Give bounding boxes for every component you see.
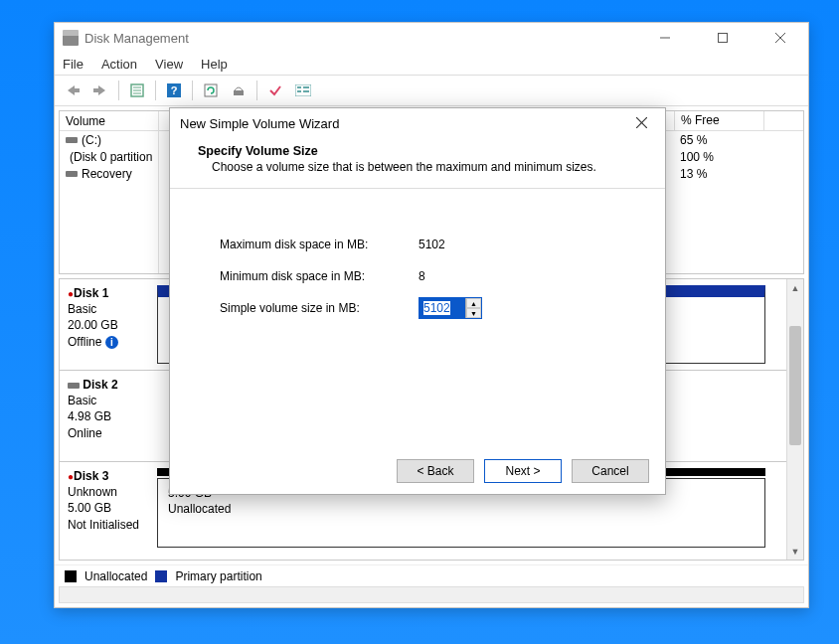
cell-free: 100 % bbox=[674, 148, 763, 165]
maximize-button[interactable] bbox=[703, 24, 743, 52]
titlebar: Disk Management bbox=[55, 23, 808, 53]
dialog-buttons: < Back Next > Cancel bbox=[170, 446, 665, 494]
dialog-header: Specify Volume Size Choose a volume size… bbox=[170, 138, 665, 189]
svg-rect-15 bbox=[297, 86, 301, 88]
next-button[interactable]: Next > bbox=[484, 459, 562, 483]
dialog-heading: Specify Volume Size bbox=[198, 144, 637, 158]
disk-label[interactable]: ●Disk 1 Basic 20.00 GB Offline i bbox=[60, 279, 151, 370]
close-button[interactable] bbox=[760, 24, 800, 52]
svg-rect-18 bbox=[303, 90, 309, 92]
svg-rect-12 bbox=[205, 84, 217, 96]
menu-action[interactable]: Action bbox=[101, 57, 137, 72]
menubar: File Action View Help bbox=[55, 53, 808, 75]
max-space-label: Maximum disk space in MB: bbox=[220, 238, 419, 251]
menu-help[interactable]: Help bbox=[201, 57, 228, 72]
properties-icon[interactable] bbox=[125, 80, 149, 101]
spin-down-icon[interactable]: ▼ bbox=[466, 308, 481, 318]
menu-file[interactable]: File bbox=[63, 57, 84, 72]
cell-free: 13 % bbox=[674, 165, 763, 182]
list-item[interactable]: (Disk 0 partition bbox=[60, 148, 158, 165]
forward-icon[interactable] bbox=[88, 80, 112, 101]
svg-rect-5 bbox=[93, 88, 99, 92]
svg-rect-17 bbox=[297, 90, 301, 92]
menu-view[interactable]: View bbox=[155, 57, 183, 72]
legend-label: Unallocated bbox=[84, 569, 147, 583]
svg-rect-1 bbox=[719, 34, 728, 43]
scroll-thumb[interactable] bbox=[789, 326, 801, 445]
scroll-up-icon[interactable]: ▲ bbox=[787, 279, 803, 296]
refresh-icon[interactable] bbox=[199, 80, 223, 101]
info-icon[interactable]: i bbox=[105, 336, 118, 349]
cell-free: 65 % bbox=[674, 131, 763, 148]
help-icon[interactable]: ? bbox=[162, 80, 186, 101]
dialog-title: New Simple Volume Wizard bbox=[180, 116, 339, 131]
dialog-body: Maximum disk space in MB: 5102 Minimum d… bbox=[170, 189, 665, 446]
disk-label[interactable]: Disk 2 Basic 4.98 GB Online bbox=[60, 371, 151, 461]
legend-swatch-unallocated bbox=[65, 570, 77, 582]
column-volume[interactable]: Volume bbox=[60, 111, 158, 131]
svg-rect-16 bbox=[303, 86, 309, 88]
svg-text:?: ? bbox=[171, 84, 178, 96]
size-label: Simple volume size in MB: bbox=[220, 301, 419, 315]
volume-size-input[interactable]: ▲ ▼ bbox=[419, 297, 482, 319]
list-item[interactable]: Recovery bbox=[60, 165, 158, 182]
spin-up-icon[interactable]: ▲ bbox=[466, 298, 481, 308]
legend-swatch-primary bbox=[155, 570, 167, 582]
scroll-down-icon[interactable]: ▼ bbox=[787, 543, 803, 560]
column-blank bbox=[763, 111, 803, 130]
action-icon[interactable] bbox=[227, 80, 251, 101]
window-title: Disk Management bbox=[84, 31, 189, 46]
svg-rect-13 bbox=[234, 90, 244, 95]
list-icon[interactable] bbox=[291, 80, 315, 101]
disk-label[interactable]: ●Disk 3 Unknown 5.00 GB Not Initialised bbox=[60, 462, 151, 554]
horizontal-scrollbar[interactable] bbox=[59, 586, 804, 603]
app-icon bbox=[63, 30, 79, 46]
legend: Unallocated Primary partition bbox=[55, 564, 808, 586]
check-icon[interactable] bbox=[263, 80, 287, 101]
disk-icon bbox=[68, 383, 80, 389]
dialog-subheading: Choose a volume size that is between the… bbox=[212, 160, 637, 174]
volume-icon bbox=[66, 171, 78, 177]
new-simple-volume-wizard: New Simple Volume Wizard Specify Volume … bbox=[169, 107, 666, 495]
size-value-field[interactable] bbox=[420, 298, 465, 318]
legend-label: Primary partition bbox=[175, 569, 261, 583]
vertical-scrollbar[interactable]: ▲ ▼ bbox=[786, 279, 803, 560]
volume-icon bbox=[66, 137, 78, 143]
column-free[interactable]: % Free bbox=[674, 111, 763, 130]
toolbar: ? bbox=[55, 75, 808, 106]
min-space-label: Minimum disk space in MB: bbox=[220, 269, 419, 283]
list-item[interactable]: (C:) bbox=[60, 131, 158, 148]
back-button[interactable]: < Back bbox=[397, 459, 474, 483]
close-icon[interactable] bbox=[628, 110, 655, 136]
dialog-titlebar: New Simple Volume Wizard bbox=[170, 108, 665, 138]
max-space-value: 5102 bbox=[419, 238, 445, 251]
cancel-button[interactable]: Cancel bbox=[572, 459, 649, 483]
svg-rect-4 bbox=[74, 88, 80, 92]
minimize-button[interactable] bbox=[645, 24, 685, 52]
min-space-value: 8 bbox=[419, 269, 425, 283]
back-icon[interactable] bbox=[61, 80, 84, 101]
